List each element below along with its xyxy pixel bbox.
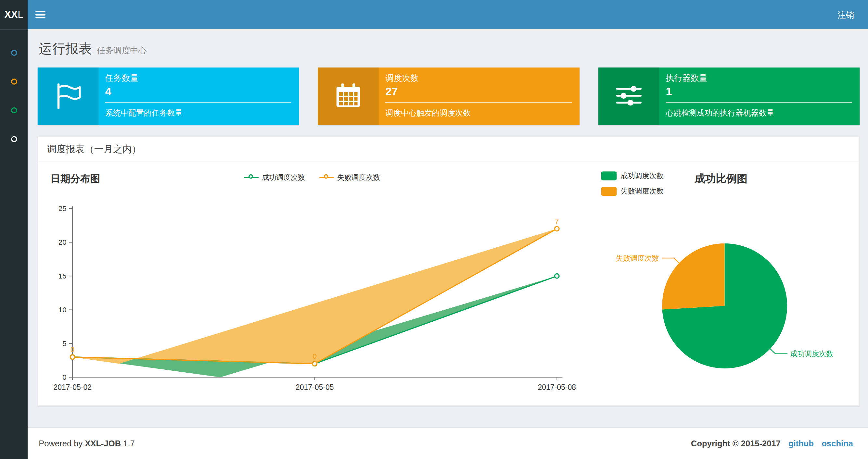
powered-by-text: Powered by XXL-JOB 1.7 bbox=[39, 438, 135, 448]
github-link[interactable]: github bbox=[788, 438, 814, 448]
logo-text-bold: XX bbox=[4, 9, 18, 21]
svg-text:10: 10 bbox=[59, 306, 67, 314]
page-subtitle: 任务调度中心 bbox=[97, 45, 147, 55]
sidebar-menu-item-3[interactable] bbox=[0, 96, 28, 125]
panel-body: 日期分布图 成功调度次数失败调度次数 05101520252017-05-022… bbox=[38, 162, 859, 405]
info-box-label: 调度次数 bbox=[385, 73, 572, 84]
oschina-link[interactable]: oschina bbox=[822, 438, 853, 448]
sidebar-menu-item-4[interactable] bbox=[0, 124, 28, 153]
pie-legend-item-fail[interactable]: 失败调度次数 bbox=[601, 186, 664, 196]
svg-text:0: 0 bbox=[313, 352, 317, 360]
divider bbox=[665, 102, 852, 103]
sidebar bbox=[0, 29, 28, 459]
copyright-area: Copyright © 2015-2017 github oschina bbox=[691, 438, 853, 448]
sidebar-menu-item-2[interactable] bbox=[0, 67, 28, 96]
svg-text:2017-05-05: 2017-05-05 bbox=[296, 383, 334, 392]
top-navbar: XXL 注销 bbox=[0, 0, 868, 29]
menu-circle-icon bbox=[11, 107, 17, 113]
logout-link[interactable]: 注销 bbox=[824, 0, 868, 29]
line-chart-title: 日期分布图 bbox=[50, 172, 100, 185]
main-content: 运行报表任务调度中心 任务数量 4 系统中配置的任务数量 bbox=[28, 29, 868, 427]
sidebar-menu-item-1[interactable] bbox=[0, 38, 28, 67]
content-header: 运行报表任务调度中心 bbox=[28, 29, 868, 58]
svg-text:2017-05-08: 2017-05-08 bbox=[538, 383, 576, 392]
pie-chart-title: 成功比例图 bbox=[695, 171, 747, 186]
info-box-desc: 调度中心触发的调度次数 bbox=[385, 108, 572, 119]
page-footer: Powered by XXL-JOB 1.7 Copyright © 2015-… bbox=[28, 427, 868, 459]
svg-text:0: 0 bbox=[62, 373, 66, 382]
app-logo[interactable]: XXL bbox=[0, 0, 28, 29]
report-panel: 调度报表（一月之内） 日期分布图 成功调度次数失败调度次数 0510152025… bbox=[38, 136, 860, 406]
hamburger-menu-icon bbox=[35, 11, 45, 12]
info-box-value: 1 bbox=[665, 85, 852, 98]
version-text: 1.7 bbox=[123, 438, 135, 448]
pie-legend-item-success[interactable]: 成功调度次数 bbox=[601, 171, 664, 181]
svg-text:成功调度次数: 成功调度次数 bbox=[790, 350, 834, 358]
legend-swatch-icon bbox=[601, 171, 617, 180]
pie-slice-fail bbox=[662, 243, 725, 310]
copyright-text: Copyright © 2015-2017 bbox=[691, 438, 781, 448]
menu-circle-icon bbox=[11, 78, 17, 85]
legend-swatch-icon bbox=[601, 187, 617, 196]
line-chart-legend: 成功调度次数失败调度次数 bbox=[244, 173, 380, 183]
divider bbox=[105, 102, 291, 103]
menu-circle-icon bbox=[11, 136, 17, 142]
info-box-label: 执行器数量 bbox=[665, 73, 852, 84]
info-box-label: 任务数量 bbox=[105, 73, 291, 84]
pie-chart-legend: 成功调度次数失败调度次数 bbox=[601, 171, 664, 196]
line-legend-item-fail[interactable]: 失败调度次数 bbox=[319, 173, 380, 183]
legend-line-icon bbox=[319, 177, 334, 178]
info-box-desc: 心跳检测成功的执行器机器数量 bbox=[665, 108, 852, 119]
info-box-executors: 执行器数量 1 心跳检测成功的执行器机器数量 bbox=[598, 67, 860, 125]
legend-line-icon bbox=[244, 177, 258, 178]
success-ratio-pie-chart[interactable]: 成功调度次数失败调度次数 bbox=[601, 199, 861, 395]
svg-text:20: 20 bbox=[59, 238, 67, 247]
info-box-jobs: 任务数量 4 系统中配置的任务数量 bbox=[38, 67, 299, 125]
svg-text:2017-05-02: 2017-05-02 bbox=[53, 383, 92, 392]
page-title: 运行报表 bbox=[39, 41, 92, 56]
date-distribution-chart[interactable]: 05101520252017-05-022017-05-052017-05-08… bbox=[48, 205, 593, 396]
logo-text-light: L bbox=[18, 9, 23, 21]
product-name: XXL-JOB bbox=[85, 438, 121, 448]
info-box-value: 27 bbox=[385, 85, 572, 98]
info-box-desc: 系统中配置的任务数量 bbox=[105, 108, 291, 119]
svg-text:25: 25 bbox=[59, 205, 67, 213]
sidebar-toggle-button[interactable] bbox=[28, 0, 53, 29]
calendar-icon bbox=[318, 67, 379, 125]
line-legend-item-success[interactable]: 成功调度次数 bbox=[244, 173, 305, 183]
info-box-value: 4 bbox=[105, 85, 291, 98]
info-box-row: 任务数量 4 系统中配置的任务数量 bbox=[38, 67, 860, 125]
sliders-icon bbox=[598, 67, 659, 125]
svg-text:失败调度次数: 失败调度次数 bbox=[616, 254, 659, 262]
scaled-canvas: XXL 注销 运行报表任务调度中心 bbox=[0, 0, 868, 459]
panel-title: 调度报表（一月之内） bbox=[38, 137, 859, 162]
app-root: XXL 注销 运行报表任务调度中心 bbox=[0, 0, 868, 459]
divider bbox=[385, 102, 572, 103]
svg-text:5: 5 bbox=[62, 339, 66, 348]
svg-text:15: 15 bbox=[59, 272, 67, 280]
svg-text:0: 0 bbox=[70, 346, 74, 354]
menu-circle-icon bbox=[11, 50, 17, 56]
sidebar-menu bbox=[0, 29, 28, 153]
flag-icon bbox=[38, 67, 98, 125]
svg-text:7: 7 bbox=[555, 217, 559, 225]
info-box-triggers: 调度次数 27 调度中心触发的调度次数 bbox=[318, 67, 580, 125]
